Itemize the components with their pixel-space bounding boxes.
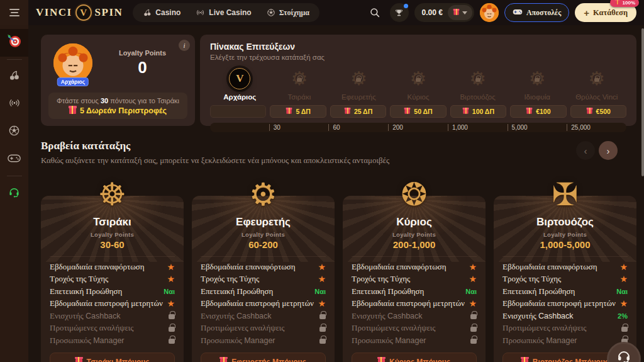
benefit-value: ★	[167, 299, 175, 308]
rank-icon: V ⚙	[529, 66, 546, 91]
benefit-value	[169, 327, 175, 332]
nav-live-casino[interactable]: Live Casino	[189, 5, 257, 20]
rank-name: Θρύλος Vinci	[575, 93, 618, 101]
rank-locked-gear-icon: ⚙	[529, 69, 546, 88]
hint-text: Φτάστε στους 30 πόντους για το Τσιράκι	[52, 97, 184, 105]
benefit-value: Ναι	[465, 288, 477, 295]
benefit-label: Εβδομαδιαία επαναφόρτωση	[352, 262, 447, 272]
balance-amount: 0.00 €	[422, 8, 443, 17]
page-scrollbar[interactable]	[641, 28, 644, 176]
rank-name: Κύριος	[408, 93, 430, 101]
benefit-list: Εβδομαδιαία επαναφόρτωση ★ Τροχός της Τύ…	[192, 261, 335, 347]
rank-icon: V ⚙	[229, 66, 250, 91]
sidebar-item-loyalty[interactable]	[0, 29, 28, 57]
user-avatar[interactable]	[480, 3, 499, 22]
rank-reward-pill: 100 ΔΠ	[450, 105, 506, 118]
loyalty-points-value: 0	[101, 58, 184, 77]
rank-name: Ιδιοφυία	[524, 93, 550, 101]
sidebar-item-sports[interactable]	[0, 118, 28, 145]
rank-item: V ⚙ Ιδιοφυία	[508, 66, 567, 101]
nav-sports[interactable]: Στοίχημα	[260, 5, 316, 20]
progress-segment: 200	[388, 124, 448, 131]
benefit-label: Επετειακή Προώθηση	[201, 286, 273, 297]
sidebar-item-casino[interactable]	[0, 62, 28, 90]
benefit-value: ★	[619, 263, 628, 271]
bonus-button-label: Εφευρετής Μπόνους	[231, 358, 306, 362]
missions-button[interactable]: Αποστολές	[504, 3, 569, 22]
benefit-label: Ενισχυτής Cashback	[352, 311, 423, 321]
next-rank-hint: Φτάστε στους 30 πόντους για το Τσιράκι 5…	[48, 93, 187, 119]
rank-reward-value: 100 ΔΠ	[472, 108, 494, 115]
deposit-button[interactable]: + Κατάθεση 100%	[575, 3, 636, 22]
search-icon[interactable]	[365, 3, 384, 22]
left-sidebar	[0, 25, 28, 362]
efeuretis-bonus-button[interactable]: Εφευρετής Μπόνους	[201, 353, 326, 362]
benefit-label: Τροχός της Τύχης	[50, 274, 108, 284]
carousel-next-button[interactable]: ›	[599, 141, 618, 160]
sidebar-item-live-casino[interactable]	[0, 90, 28, 118]
benefit-label: Τροχός της Τύχης	[201, 274, 259, 284]
benefit-row: Εβδομαδιαία επαναφόρτωση ★	[201, 261, 326, 273]
v-emblem-icon: V	[75, 4, 92, 21]
rank-reward-value: €100	[536, 108, 550, 115]
card-rank-title: Εφευρετής	[192, 216, 335, 229]
rank-reward-pill	[210, 105, 266, 118]
progress-segment	[210, 124, 269, 131]
benefit-label: Εβδομαδιαία επιστροφή μετρητών	[50, 298, 163, 308]
rank-name: Βιρτουόζος	[460, 93, 495, 101]
divider	[50, 256, 175, 257]
benefit-row: Τροχός της Τύχης ★	[502, 273, 628, 286]
sidebar-item-games[interactable]	[0, 145, 28, 173]
benefit-value: ★	[167, 263, 175, 271]
benefit-row: Τροχός της Τύχης ★	[352, 273, 477, 286]
loyalty-summary-panel: i Αρχάριος Loyalty Points 0 Φτάστε στους…	[41, 35, 195, 126]
sidebar-item-support[interactable]	[0, 179, 28, 206]
card-points-range: 200-1,000	[343, 239, 486, 250]
rank-locked-gear-icon: ⚙	[469, 69, 486, 88]
soccer-ball-icon	[8, 125, 20, 139]
benefit-row: Προσωπικός Manager	[201, 334, 326, 347]
kyrios-bonus-button[interactable]: Κύριος Μπόνους	[352, 353, 477, 362]
lock-icon	[297, 78, 302, 82]
benefit-row: Προσωπικός Manager	[50, 334, 175, 347]
rank-card-efeuretis: ⚙ Εφευρετής Loyalty Points 60-200 Εβδομα…	[192, 196, 335, 362]
benefit-value	[621, 327, 628, 332]
benefit-row: Επετειακή Προώθηση Ναι	[352, 285, 477, 298]
benefit-row: Εβδομαδιαία επιστροφή μετρητών ★	[352, 298, 477, 310]
card-rank-title: Βιρτουόζος	[494, 216, 636, 229]
threshold-label: 30	[274, 124, 280, 131]
tsiraki-bonus-button[interactable]: Τσιράκι Μπόνους	[50, 353, 175, 362]
rank-icon: V ⚙	[410, 66, 427, 91]
benefit-value: Ναι	[616, 288, 628, 295]
nav-casino[interactable]: Casino	[136, 5, 187, 20]
info-icon[interactable]: i	[179, 40, 190, 51]
vinci-spin-logo[interactable]: VINCI V SPIN	[36, 4, 123, 21]
rank-icon: V ⚙	[588, 66, 605, 91]
benefit-label: Προσωπικός Manager	[50, 336, 125, 346]
gamepad-icon	[513, 7, 523, 18]
rank-icon: V ⚙	[350, 66, 367, 91]
rank-locked-gear-icon: ⚙	[410, 69, 427, 88]
tournaments-trophy-icon[interactable]	[390, 3, 409, 22]
live-broadcast-icon	[196, 8, 205, 17]
chevron-down-icon	[462, 11, 467, 14]
carousel-prev-button[interactable]: ‹	[576, 141, 595, 160]
divider	[7, 59, 22, 60]
avatar: Αρχάριος	[53, 43, 92, 82]
gift-icon	[220, 359, 227, 362]
balance-pill[interactable]: 0.00 €	[414, 3, 474, 22]
benefit-label: Εβδομαδιαία επιστροφή μετρητών	[502, 298, 616, 308]
star-medal-icon: ✠	[552, 176, 579, 213]
current-rank-badge: Αρχάριος	[57, 77, 89, 86]
benefit-row: Εβδομαδιαία επιστροφή μετρητών ★	[502, 298, 628, 310]
points-progress-bar: 30 60 200 1,000 5,000 25,000	[210, 123, 626, 132]
bonus-balance-dropdown[interactable]	[448, 5, 472, 20]
cherries-icon	[143, 8, 152, 17]
lock-icon	[416, 78, 421, 82]
hamburger-menu-icon[interactable]	[0, 0, 28, 25]
threshold-label: 200	[392, 124, 403, 131]
rank-card-virtuozos: ✠ Βιρτουόζος Loyalty Points 1,000-5,000 …	[494, 196, 636, 362]
rank-reward-pill: 25 ΔΠ	[330, 105, 386, 118]
benefit-value	[470, 314, 477, 319]
benefit-label: Προτιμώμενες αναλήψεις	[352, 323, 436, 333]
